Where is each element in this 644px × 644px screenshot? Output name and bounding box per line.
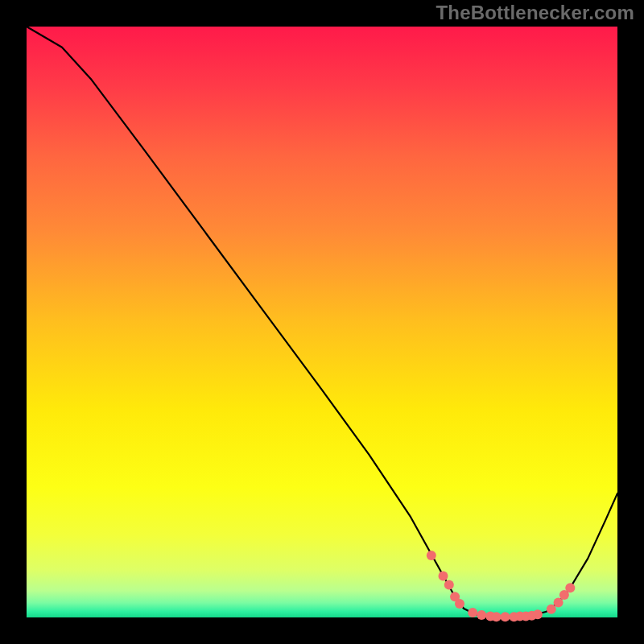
data-marker [455,599,464,609]
data-marker [554,598,564,608]
chart-stage: { "watermark": "TheBottlenecker.com", "p… [0,0,644,644]
bottleneck-chart [0,0,644,644]
data-marker [477,610,486,620]
data-marker [547,605,556,614]
data-marker [444,580,454,590]
data-marker [501,612,510,621]
data-marker [468,608,477,617]
data-marker [565,583,575,592]
data-marker [533,609,543,619]
watermark-text: TheBottlenecker.com [436,2,634,24]
data-marker [427,551,436,560]
gradient-background [27,27,617,617]
data-marker [492,612,502,621]
data-marker [439,572,448,581]
